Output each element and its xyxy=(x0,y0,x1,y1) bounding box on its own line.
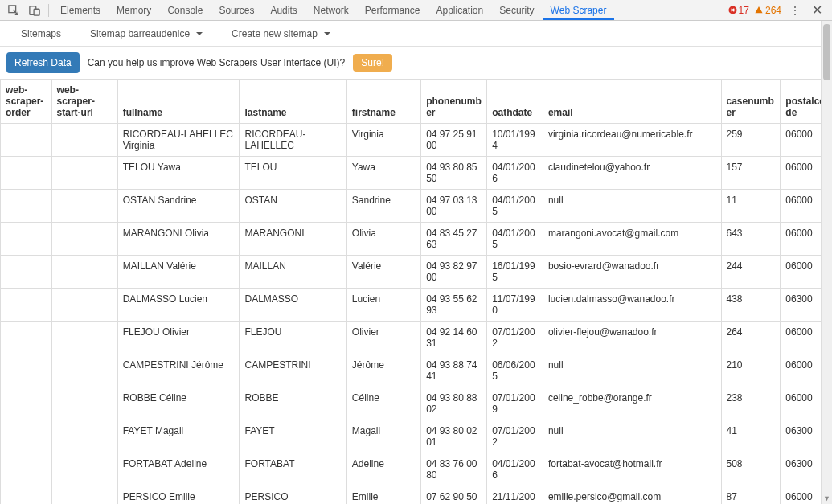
devtools-tab-security[interactable]: Security xyxy=(491,1,542,20)
warning-counter[interactable]: 264 xyxy=(754,5,781,16)
table-cell: 04 93 80 88 02 xyxy=(421,387,487,420)
th-lastname[interactable]: lastname xyxy=(240,80,346,124)
data-table: web-scraper-order web-scraper-start-url … xyxy=(0,79,832,504)
th-casenumber[interactable]: casenumber xyxy=(721,80,781,124)
table-row: FORTABAT AdelineFORTABATAdeline04 83 76 … xyxy=(1,453,832,486)
table-cell: FAYET xyxy=(240,420,346,453)
table-cell: 04 97 25 91 00 xyxy=(421,124,487,157)
table-cell xyxy=(51,486,117,505)
vertical-scrollbar[interactable]: ▲ ▼ xyxy=(821,21,832,504)
more-menu-icon[interactable]: ⋮ xyxy=(786,4,804,17)
table-cell: 643 xyxy=(721,223,781,256)
table-cell: Emilie xyxy=(346,486,420,505)
table-cell xyxy=(51,420,117,453)
table-cell xyxy=(1,486,52,505)
th-email[interactable]: email xyxy=(543,80,721,124)
table-cell: 04 93 55 62 93 xyxy=(421,289,487,322)
table-cell: 87 xyxy=(721,486,781,505)
table-cell: 244 xyxy=(721,256,781,289)
table-cell: 07/01/2002 xyxy=(487,420,543,453)
action-bar: Refresh Data Can you help us improve Web… xyxy=(0,47,832,79)
subnav-sitemaps[interactable]: Sitemaps xyxy=(6,23,76,44)
inspect-icon[interactable] xyxy=(3,2,24,19)
table-cell: OSTAN Sandrine xyxy=(117,190,240,223)
sure-button[interactable]: Sure! xyxy=(353,54,392,72)
table-header-row: web-scraper-order web-scraper-start-url … xyxy=(1,80,832,124)
table-cell: Céline xyxy=(346,387,420,420)
table-cell: 259 xyxy=(721,124,781,157)
error-counter[interactable]: 17 xyxy=(728,5,749,16)
subnav-create-sitemap[interactable]: Create new sitemap xyxy=(217,23,345,44)
devtools-tab-performance[interactable]: Performance xyxy=(357,1,428,20)
table-cell xyxy=(51,223,117,256)
table-cell: lucien.dalmasso@wanadoo.fr xyxy=(543,289,721,322)
table-row: FLEJOU OlivierFLEJOUOlivier04 92 14 60 3… xyxy=(1,322,832,354)
table-cell xyxy=(51,256,117,289)
table-cell: 04 93 88 74 41 xyxy=(421,354,487,387)
table-cell: MAILLAN Valérie xyxy=(117,256,240,289)
devtools-tab-strip: ElementsMemoryConsoleSourcesAuditsNetwor… xyxy=(0,0,832,21)
subnav-current-sitemap[interactable]: Sitemap barreaudenice xyxy=(76,23,217,44)
th-order[interactable]: web-scraper-order xyxy=(1,80,52,124)
table-row: ROBBE CélineROBBECéline04 93 80 88 0207/… xyxy=(1,387,832,420)
table-cell: 238 xyxy=(721,387,781,420)
th-phonenumber[interactable]: phonenumber xyxy=(421,80,487,124)
close-icon[interactable]: ✕ xyxy=(809,2,826,18)
table-cell: TELOU Yawa xyxy=(117,157,240,190)
th-firstname[interactable]: firstname xyxy=(346,80,420,124)
devtools-tab-web-scraper[interactable]: Web Scraper xyxy=(543,1,615,20)
table-cell: emilie.persico@gmail.com xyxy=(543,486,721,505)
data-table-wrap: web-scraper-order web-scraper-start-url … xyxy=(0,79,832,504)
table-row: DALMASSO LucienDALMASSOLucien04 93 55 62… xyxy=(1,289,832,322)
table-cell: Magali xyxy=(346,420,420,453)
devtools-tab-audits[interactable]: Audits xyxy=(262,1,305,20)
th-starturl[interactable]: web-scraper-start-url xyxy=(51,80,117,124)
table-cell: 157 xyxy=(721,157,781,190)
table-cell: FLEJOU xyxy=(240,322,346,354)
table-cell: DALMASSO xyxy=(240,289,346,322)
table-cell xyxy=(51,124,117,157)
table-cell: Olivier xyxy=(346,322,420,354)
table-cell: 16/01/1995 xyxy=(487,256,543,289)
th-oathdate[interactable]: oathdate xyxy=(487,80,543,124)
devtools-tab-network[interactable]: Network xyxy=(305,1,357,20)
table-row: PERSICO EmiliePERSICOEmilie07 62 90 50 2… xyxy=(1,486,832,505)
table-cell: Jérôme xyxy=(346,354,420,387)
refresh-data-button[interactable]: Refresh Data xyxy=(6,52,80,73)
table-cell: 508 xyxy=(721,453,781,486)
th-fullname[interactable]: fullname xyxy=(117,80,240,124)
devtools-tab-console[interactable]: Console xyxy=(159,1,211,20)
table-cell: MAILLAN xyxy=(240,256,346,289)
devtools-tab-sources[interactable]: Sources xyxy=(211,1,262,20)
table-cell: olivier-flejou@wanadoo.fr xyxy=(543,322,721,354)
devtools-tab-elements[interactable]: Elements xyxy=(52,1,109,20)
table-cell: CAMPESTRINI Jérôme xyxy=(117,354,240,387)
table-cell: FORTABAT xyxy=(240,453,346,486)
table-cell: ROBBE Céline xyxy=(117,387,240,420)
scroll-down-arrow-icon[interactable]: ▼ xyxy=(822,493,832,504)
table-cell xyxy=(1,354,52,387)
table-cell: 04 83 45 27 63 xyxy=(421,223,487,256)
table-cell: RICORDEAU-LAHELLEC xyxy=(240,124,346,157)
device-toggle-icon[interactable] xyxy=(24,2,45,19)
table-cell xyxy=(51,289,117,322)
devtools-tab-memory[interactable]: Memory xyxy=(109,1,159,20)
table-row: TELOU YawaTELOUYawa04 93 80 85 5004/01/2… xyxy=(1,157,832,190)
table-cell: fortabat-avocat@hotmail.fr xyxy=(543,453,721,486)
table-cell: 07/01/2009 xyxy=(487,387,543,420)
table-cell: 04/01/2005 xyxy=(487,190,543,223)
devtools-tab-application[interactable]: Application xyxy=(428,1,492,20)
table-cell xyxy=(1,190,52,223)
table-cell xyxy=(51,157,117,190)
table-cell xyxy=(1,256,52,289)
table-cell: FLEJOU Olivier xyxy=(117,322,240,354)
table-cell: marangoni.avocat@gmail.com xyxy=(543,223,721,256)
table-cell: FAYET Magali xyxy=(117,420,240,453)
table-cell: 210 xyxy=(721,354,781,387)
table-cell xyxy=(1,387,52,420)
table-cell: 11 xyxy=(721,190,781,223)
scroll-thumb[interactable] xyxy=(823,24,830,80)
table-cell: 04 97 03 13 00 xyxy=(421,190,487,223)
table-row: OSTAN SandrineOSTANSandrine04 97 03 13 0… xyxy=(1,190,832,223)
table-cell: 04/01/2006 xyxy=(487,157,543,190)
